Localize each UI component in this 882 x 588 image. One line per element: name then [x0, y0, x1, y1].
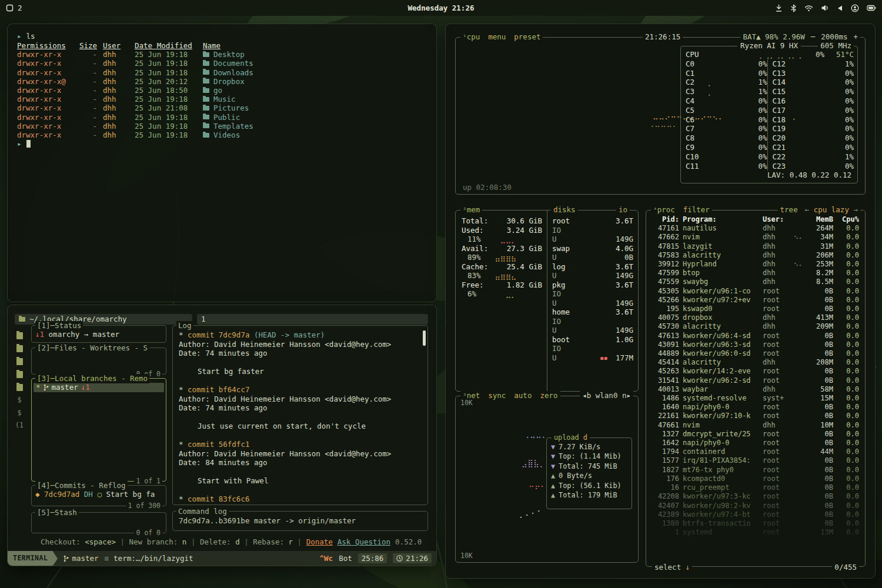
process-row[interactable]: 45414 alacritty dhh 208M 0.0 [652, 358, 859, 367]
process-row[interactable]: 45263 kworker/14:2-eve root 0B 0.0 [652, 367, 859, 376]
process-row[interactable]: 42208 kworker/u97:3-kc root 0B 0.0 [652, 492, 859, 501]
cpu-core-box: Ryzen AI 9 HX 605 MHz CPU ⡀⢀⡀⢀⡀⢀⡀⢀ 0% 51… [680, 46, 858, 183]
user-icon[interactable] [851, 4, 859, 12]
interface-selector[interactable]: ◂b wlan0 n▸ [580, 391, 633, 400]
gutter-item [16, 345, 23, 352]
select-hint[interactable]: select ↓ [652, 563, 692, 572]
sync-button[interactable]: sync [488, 391, 506, 400]
process-row[interactable]: 45730 alacritty dhh 209M 0.0 [652, 322, 859, 331]
process-row[interactable]: 44889 kworker/u96:0-sd root 0B 0.0 [652, 349, 859, 358]
process-row[interactable]: 47661 nvim dhh 10M 0.0 [652, 421, 859, 430]
clock[interactable]: Wednesday 21:26 [408, 4, 475, 12]
commits-panel[interactable]: [4]─Commits - Reflog ◆ 7dc9d7ad DH ○ Sta… [31, 485, 166, 506]
core-row: C80% C200% [686, 133, 854, 143]
process-row[interactable]: 47583 alacritty dhh 206M 0.0 [652, 251, 859, 260]
process-row[interactable]: 42407 kworker/u98:2-kv root 0B 0.0 [652, 502, 859, 510]
process-row[interactable]: 22161 kworker/u97:10-k root 0B 0.0 [652, 412, 859, 420]
process-row[interactable]: 39912 Hyprland dhh ⠢⠄ 253M 0.0 [652, 260, 859, 269]
statusbar-branch[interactable]: master [58, 554, 104, 563]
command-log-panel[interactable]: Command log 7dc9d7a..b3691be master -> o… [172, 511, 428, 531]
files-panel[interactable]: [2]─Files - Worktrees - S 0 of 0 [31, 348, 166, 375]
btop-window[interactable]: ¹cpu menu preset 21:26:15 BAT▲ 98% 2.96W… [445, 24, 876, 579]
lazygit-window[interactable]: ~/.local/share/omarchy 1 $ $ (1 [1]─Stat… [7, 305, 437, 566]
process-row[interactable]: 1327 dmcrypt_write/25 root 0B 0.0 [652, 430, 859, 439]
file-user: dhh [103, 122, 129, 131]
interval-plus-button[interactable]: + [853, 32, 858, 41]
process-row[interactable]: 45305 kworker/u96:1-co root 0B 0.0 [652, 287, 859, 296]
process-row[interactable]: 45266 kworker/u97:2+ev root 0B 0.0 [652, 296, 859, 305]
process-user: dhh [763, 269, 790, 278]
process-row[interactable]: 1642 napi/phy0-0 root 0B 0.0 [652, 439, 859, 447]
cpu-box[interactable]: ¹cpu menu preset 21:26:15 BAT▲ 98% 2.96W… [455, 37, 866, 195]
updates-icon[interactable] [775, 4, 783, 12]
process-row[interactable]: 31541 kworker/u96:2-sd root 0B 0.0 [652, 376, 859, 385]
media-prev-icon[interactable] [837, 5, 843, 12]
prompt-line-cursor[interactable]: ▸ [17, 139, 428, 149]
process-table-header[interactable]: Pid: Program: User: MemB Cpu% [652, 215, 859, 224]
log-scrollbar[interactable] [423, 330, 426, 346]
mem-box[interactable]: ²mem disks io Total: 30.6 GiB Used: 3.24… [455, 210, 639, 392]
workspace-indicator[interactable]: 2 [6, 4, 22, 12]
zero-button[interactable]: zero [540, 391, 557, 400]
process-row[interactable]: 42389 kworker/u97:4-bt root 0B 0.0 [652, 510, 859, 519]
log-commit-block[interactable]: * commit bf64cc7 Author: David Heinemeie… [179, 385, 422, 440]
filter-button[interactable]: filter [683, 205, 710, 214]
net-stats-title[interactable]: upload d [552, 433, 590, 442]
log-panel[interactable]: Log * commit 7dc9d7a (HEAD -> master) Au… [172, 325, 428, 505]
process-row[interactable]: 40075 dropbox dhh 413M 0.0 [652, 313, 859, 322]
process-row[interactable]: 1827 mt76-tx phy0 root 0B 0.0 [652, 466, 859, 475]
log-commit-block[interactable]: * commit 83fc6c6 [179, 495, 422, 505]
process-row[interactable]: 47161 nautilus dhh 264M 0.0 [652, 224, 859, 233]
preset-button[interactable]: preset [514, 32, 540, 41]
wifi-icon[interactable] [804, 5, 813, 12]
branches-panel[interactable]: [3]─Local branches - Remo * master ↓1 1 … [31, 378, 166, 482]
sort-selector[interactable]: ← cpu lazy → [805, 205, 858, 214]
auto-button[interactable]: auto [514, 391, 532, 400]
donate-link[interactable]: Donate [306, 537, 333, 546]
proc-box[interactable]: ⁴proc filter tree ← cpu lazy → Pid: Prog… [646, 210, 866, 567]
process-row[interactable]: 47613 kworker/u96:4-sd root 0B 0.0 [652, 332, 859, 340]
process-name: dropbox [683, 313, 759, 322]
process-row[interactable]: 1486 systemd-resolve syst+ 15M 0.0 [652, 394, 859, 403]
file-size: - [79, 103, 97, 112]
cpu-box-button[interactable]: ¹cpu [463, 32, 480, 41]
battery-icon[interactable] [867, 5, 876, 11]
core-percent: 0% [834, 143, 854, 152]
ask-question-link[interactable]: Ask Question [338, 537, 390, 546]
process-row[interactable]: 1577 irq/81-PIXA3854: root 0B 0.0 [652, 456, 859, 465]
process-row[interactable]: 16 rcu_preempt root 0B 0.0 [652, 483, 859, 492]
terminal-window[interactable]: ▸ls Permissions Size User Date Modified … [7, 24, 437, 302]
ls-row: drwxr-xr-x - dhh 25 Jun 18:50 go [17, 86, 428, 95]
process-row[interactable]: 47815 lazygit dhh 31M 0.0 [652, 242, 859, 251]
process-row[interactable]: 43091 kworker/u96:3-sd root 0B 0.0 [652, 340, 859, 349]
process-row[interactable]: 1640 napi/phy0-0 root 0B 0.0 [652, 403, 859, 412]
log-commit-block[interactable]: * commit 56fdfc1 Author: David Heinemeie… [179, 440, 422, 495]
selected-branch-row[interactable]: * master ↓1 [34, 383, 164, 392]
interval-minus-button[interactable]: ─ [811, 32, 816, 41]
core-percent: 0% [747, 133, 767, 143]
process-row[interactable]: 1380 btrfs-transactio root 0B 0.0 [652, 519, 859, 528]
process-row[interactable]: 47599 btop dhh 8.2M 0.0 [652, 269, 859, 278]
proc-box-button[interactable]: ⁴proc [653, 205, 675, 214]
disk-value: 177M [610, 353, 633, 363]
process-name: systemd [683, 528, 759, 537]
process-row[interactable]: 1794 containerd root 44M 0.0 [652, 447, 859, 456]
net-box[interactable]: ³net sync auto zero ◂b wlan0 n▸ 10K 10K … [455, 396, 639, 563]
stash-panel[interactable]: [5]─Stash 0 of 0 [31, 512, 166, 533]
process-row[interactable]: 176 kcompactd0 root 0B 0.0 [652, 475, 859, 483]
status-panel[interactable]: [1]─Status ↓1 omarchy → master [31, 325, 166, 343]
tab-bar[interactable]: 1 [197, 314, 428, 325]
process-row[interactable]: 1 systemd root 13M 0.0 [652, 528, 859, 537]
mem-meter: ⣤⣶⣶⣄ [483, 271, 516, 280]
log-commit-block[interactable]: * commit 7dc9d7a (HEAD -> master) Author… [179, 330, 422, 385]
bluetooth-icon[interactable] [790, 4, 797, 12]
menu-button[interactable]: menu [488, 32, 506, 41]
process-row[interactable]: 47559 swaybg dhh 8.5M 0.0 [652, 278, 859, 286]
process-row[interactable]: 40013 waybar dhh 58M 0.0 [652, 385, 859, 394]
volume-icon[interactable] [821, 4, 829, 12]
process-row[interactable]: 195 kswapd0 root 0B 0.0 [652, 305, 859, 313]
process-cpu-meter [793, 385, 804, 394]
process-row[interactable]: 47662 nvim dhh ⠢⠄ 34M 0.0 [652, 233, 859, 242]
tree-toggle[interactable]: tree [780, 205, 798, 214]
gutter-item [16, 358, 23, 365]
